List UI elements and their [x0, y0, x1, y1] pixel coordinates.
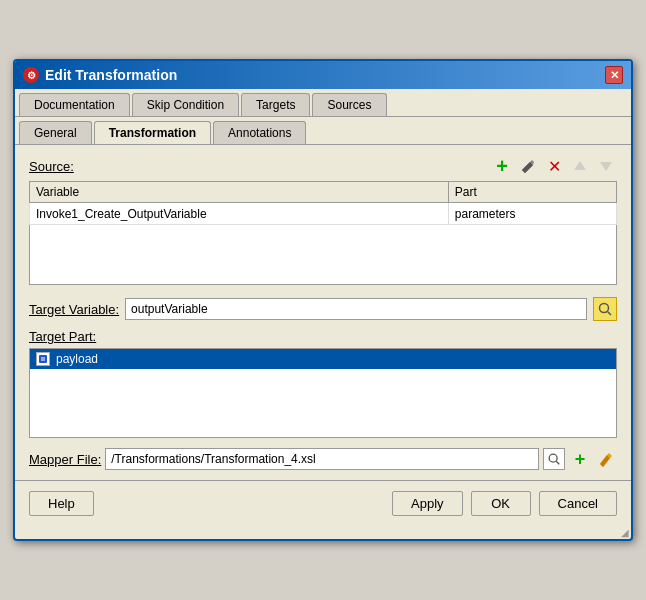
- source-toolbar: + ✕: [491, 155, 617, 177]
- move-up-source-button[interactable]: [569, 155, 591, 177]
- source-col-variable: Variable: [30, 182, 449, 203]
- source-row-variable: Invoke1_Create_OutputVariable: [30, 203, 449, 225]
- move-down-source-button[interactable]: [595, 155, 617, 177]
- tab-row-2: General Transformation Annotations: [15, 117, 631, 145]
- add-source-button[interactable]: +: [491, 155, 513, 177]
- svg-marker-0: [574, 161, 586, 170]
- delete-source-button[interactable]: ✕: [543, 155, 565, 177]
- source-section-header: Source: + ✕: [29, 155, 617, 177]
- resize-handle: ◢: [15, 526, 631, 539]
- edit-transformation-dialog: ⚙ Edit Transformation ✕ Documentation Sk…: [13, 59, 633, 541]
- table-row-empty: [30, 225, 617, 285]
- title-bar-left: ⚙ Edit Transformation: [23, 67, 177, 83]
- edit-source-button[interactable]: [517, 155, 539, 177]
- button-row: Help Apply OK Cancel: [15, 480, 631, 526]
- mapper-search-button[interactable]: [543, 448, 565, 470]
- title-bar: ⚙ Edit Transformation ✕: [15, 61, 631, 89]
- list-item-label: payload: [56, 352, 98, 366]
- tab-documentation[interactable]: Documentation: [19, 93, 130, 116]
- dialog-title: Edit Transformation: [45, 67, 177, 83]
- list-item[interactable]: payload: [30, 349, 616, 369]
- mapper-file-row: Mapper File: +: [29, 448, 617, 470]
- mapper-add-button[interactable]: +: [569, 448, 591, 470]
- target-variable-search-button[interactable]: [593, 297, 617, 321]
- source-table: Variable Part Invoke1_Create_OutputVaria…: [29, 181, 617, 285]
- target-part-label: Target Part:: [29, 329, 617, 344]
- tab-general[interactable]: General: [19, 121, 92, 144]
- part-icon: [38, 354, 48, 364]
- resize-icon: ◢: [621, 527, 629, 538]
- up-arrow-icon: [573, 159, 587, 173]
- search-icon: [597, 301, 613, 317]
- svg-marker-1: [600, 162, 612, 171]
- tab-sources[interactable]: Sources: [312, 93, 386, 116]
- svg-line-8: [556, 461, 559, 464]
- mapper-edit-icon: [598, 451, 614, 467]
- dialog-content: Source: + ✕: [15, 145, 631, 480]
- table-row[interactable]: Invoke1_Create_OutputVariable parameters: [30, 203, 617, 225]
- mapper-file-input[interactable]: [105, 448, 539, 470]
- target-variable-label: Target Variable:: [29, 302, 119, 317]
- mapper-file-label: Mapper File:: [29, 452, 101, 467]
- close-button[interactable]: ✕: [605, 66, 623, 84]
- source-row-part: parameters: [448, 203, 616, 225]
- apply-button[interactable]: Apply: [392, 491, 463, 516]
- svg-point-2: [600, 304, 609, 313]
- ok-button[interactable]: OK: [471, 491, 531, 516]
- help-button[interactable]: Help: [29, 491, 94, 516]
- tab-skip-condition[interactable]: Skip Condition: [132, 93, 239, 116]
- tab-targets[interactable]: Targets: [241, 93, 310, 116]
- mapper-search-icon: [547, 452, 561, 466]
- svg-point-7: [549, 454, 557, 462]
- tab-transformation[interactable]: Transformation: [94, 121, 211, 144]
- svg-rect-4: [39, 355, 47, 363]
- target-part-section: Target Part: payload: [29, 329, 617, 438]
- tab-row-1: Documentation Skip Condition Targets Sou…: [15, 89, 631, 117]
- source-label: Source:: [29, 159, 74, 174]
- down-arrow-icon: [599, 159, 613, 173]
- svg-line-3: [608, 312, 612, 316]
- target-variable-input[interactable]: [125, 298, 587, 320]
- right-buttons: Apply OK Cancel: [392, 491, 617, 516]
- target-variable-row: Target Variable:: [29, 297, 617, 321]
- tab-annotations[interactable]: Annotations: [213, 121, 306, 144]
- source-col-part: Part: [448, 182, 616, 203]
- mapper-edit-button[interactable]: [595, 448, 617, 470]
- target-part-list[interactable]: payload: [29, 348, 617, 438]
- pencil-icon: [520, 158, 536, 174]
- dialog-icon: ⚙: [23, 67, 39, 83]
- list-item-icon: [36, 352, 50, 366]
- cancel-button[interactable]: Cancel: [539, 491, 617, 516]
